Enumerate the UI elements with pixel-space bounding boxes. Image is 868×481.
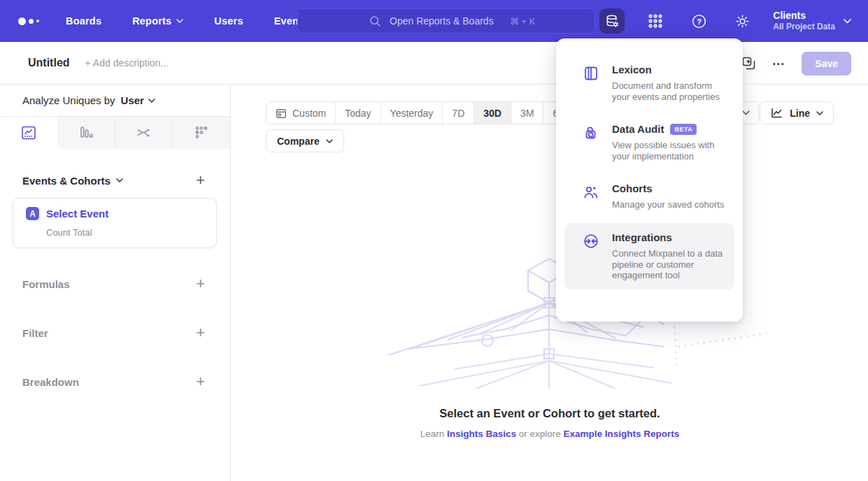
nav-boards[interactable]: Boards: [66, 15, 101, 27]
more-options-button[interactable]: ...: [772, 61, 785, 66]
search-icon: [369, 15, 381, 27]
empty-state-title: Select an Event or Cohort to get started…: [232, 407, 868, 420]
duplicate-icon: [742, 57, 755, 70]
date-range-7d[interactable]: 7D: [443, 102, 474, 124]
menu-item-cohorts[interactable]: Cohorts Manage your saved cohorts: [564, 174, 734, 219]
chevron-down-icon: [816, 111, 823, 115]
analyze-entity-dropdown[interactable]: User: [121, 94, 155, 106]
chevron-down-icon: [742, 110, 750, 115]
top-navbar: Boards Reports Users Events ⌘ + K: [0, 0, 868, 42]
events-cohorts-header[interactable]: Events & Cohorts: [22, 175, 123, 187]
add-breakdown-button[interactable]: +: [196, 374, 205, 389]
report-canvas: Custom Today Yesterday 7D 30D 3M 6M Comp…: [232, 85, 868, 481]
navbar-actions: ? Clients All Project Data: [599, 0, 851, 42]
nav-users[interactable]: Users: [214, 15, 243, 27]
menu-item-description: Document and transform your events and p…: [612, 80, 727, 102]
empty-state-subtitle: Learn Insights Basics or explore Example…: [232, 429, 868, 439]
date-range-30d[interactable]: 30D: [474, 102, 511, 124]
breakdown-header: Breakdown: [22, 376, 79, 388]
mixpanel-logo[interactable]: [18, 17, 39, 25]
event-card[interactable]: A Select Event Count Total: [13, 198, 217, 248]
org-name: Clients: [773, 10, 835, 22]
menu-item-title: Integrations: [612, 231, 727, 243]
duplicate-button[interactable]: [742, 57, 755, 70]
chevron-down-icon: [844, 19, 851, 24]
formulas-header: Formulas: [22, 278, 70, 290]
chart-type-tabs: [0, 117, 230, 149]
formulas-section: Formulas +: [0, 276, 230, 292]
menu-item-description: View possible issues with your implement…: [612, 140, 727, 161]
compare-button[interactable]: Compare: [266, 129, 344, 152]
gear-icon: [734, 13, 750, 29]
data-management-button[interactable]: [599, 8, 625, 34]
search-shortcut: ⌘ + K: [510, 16, 536, 27]
date-range-3m[interactable]: 3M: [511, 102, 543, 124]
menu-item-title: Data Audit BETA: [612, 123, 727, 135]
event-letter-badge: A: [26, 207, 39, 220]
breakdown-section: Breakdown +: [0, 374, 230, 389]
add-filter-button[interactable]: +: [196, 325, 205, 340]
event-aggregation-label[interactable]: Count Total: [46, 227, 206, 238]
menu-item-integrations[interactable]: Integrations Connect Mixpanel to a data …: [564, 223, 734, 289]
nav-reports[interactable]: Reports: [132, 15, 183, 27]
chevron-down-icon: [116, 178, 123, 182]
chevron-down-icon: [326, 139, 333, 143]
menu-item-data-audit[interactable]: Data Audit BETA View possible issues wit…: [564, 115, 734, 170]
date-range-custom[interactable]: Custom: [266, 102, 336, 124]
example-reports-link[interactable]: Example Insights Reports: [564, 429, 680, 439]
calendar-icon: [276, 108, 287, 119]
line-chart-tab-icon: [20, 124, 37, 141]
tab-flow[interactable]: [115, 117, 173, 149]
apps-grid-icon: [648, 13, 663, 29]
mixpanel-insights-app: Boards Reports Users Events ⌘ + K: [0, 0, 868, 481]
menu-item-description: Connect Mixpanel to a data pipeline or c…: [612, 248, 727, 281]
svg-text:?: ?: [697, 17, 702, 25]
search-input[interactable]: [390, 15, 508, 27]
project-name: All Project Data: [773, 22, 835, 32]
project-switcher[interactable]: Clients All Project Data: [773, 10, 851, 33]
help-button[interactable]: ?: [686, 8, 711, 34]
data-management-menu: Lexicon Document and transform your even…: [556, 38, 743, 322]
dots-grid-tab-icon: [193, 124, 210, 141]
tab-segmentation[interactable]: [172, 117, 230, 149]
beta-badge: BETA: [670, 124, 697, 135]
menu-item-lexicon[interactable]: Lexicon Document and transform your even…: [564, 55, 734, 110]
menu-item-description: Manage your saved cohorts: [612, 199, 724, 210]
analyze-row: Analyze Uniques by User: [0, 85, 230, 117]
menu-item-title: Lexicon: [612, 64, 727, 76]
menu-item-title: Cohorts: [612, 182, 724, 194]
line-chart-icon: [770, 106, 783, 120]
date-range-yesterday[interactable]: Yesterday: [381, 102, 443, 124]
events-cohorts-section: Events & Cohorts + A Select Event Count …: [0, 173, 230, 248]
tab-bar-chart[interactable]: [57, 117, 115, 149]
settings-button[interactable]: [730, 8, 755, 34]
cohorts-icon: [583, 182, 599, 210]
date-range-today[interactable]: Today: [336, 102, 380, 124]
bar-chart-tab-icon: [78, 124, 94, 141]
tab-insights-line[interactable]: [0, 117, 57, 149]
chevron-down-icon: [148, 99, 155, 103]
report-title[interactable]: Untitled: [28, 57, 70, 69]
query-builder-sidebar: Analyze Uniques by User: [0, 85, 231, 481]
integrations-icon: [583, 231, 599, 281]
add-formula-button[interactable]: +: [196, 276, 205, 292]
report-description-placeholder[interactable]: + Add description...: [85, 57, 169, 69]
help-icon: ?: [691, 13, 707, 29]
apps-grid-button[interactable]: [643, 8, 668, 34]
flow-tab-icon: [135, 124, 152, 141]
filter-section: Filter +: [0, 325, 230, 340]
add-event-button[interactable]: +: [196, 173, 205, 188]
filter-header: Filter: [22, 327, 48, 339]
lexicon-icon: [583, 64, 599, 102]
database-gear-icon: [604, 13, 620, 29]
select-event-label[interactable]: Select Event: [46, 208, 108, 220]
primary-nav: Boards Reports Users Events: [66, 15, 308, 27]
analyze-label: Analyze Uniques by: [22, 94, 115, 106]
save-button[interactable]: Save: [802, 52, 851, 76]
chart-type-dropdown[interactable]: Line: [760, 101, 834, 124]
chevron-down-icon: [176, 19, 183, 23]
insights-basics-link[interactable]: Insights Basics: [447, 429, 516, 439]
global-search[interactable]: ⌘ + K: [297, 8, 595, 34]
data-audit-icon: [583, 123, 599, 161]
